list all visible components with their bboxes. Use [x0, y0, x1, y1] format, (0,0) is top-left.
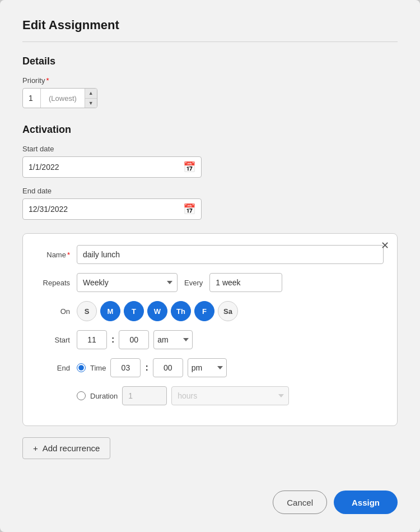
name-label: Name* — [36, 251, 70, 259]
day-button-th[interactable]: Th — [171, 301, 191, 321]
details-section: Details Priority* 1 (Lowest) ▲ ▼ — [22, 55, 398, 124]
priority-down-button[interactable]: ▼ — [85, 99, 97, 108]
end-date-field: End date 12/31/2022 📅 — [22, 187, 398, 220]
end-date-label: End date — [22, 187, 398, 195]
every-label: Every — [184, 279, 203, 287]
day-button-f[interactable]: F — [194, 301, 214, 321]
activation-section: Activation Start date 1/1/2022 📅 End dat… — [22, 124, 398, 229]
end-date-calendar-icon[interactable]: 📅 — [183, 203, 195, 215]
start-time-row: : am pm — [77, 330, 193, 349]
every-input-group: ▲ ▼ — [209, 273, 282, 292]
day-button-s[interactable]: S — [77, 301, 97, 321]
priority-value: 1 — [23, 89, 41, 108]
details-section-title: Details — [22, 55, 398, 67]
edit-assignment-modal: Edit Assignment Details Priority* 1 (Low… — [0, 0, 420, 532]
duration-label: Duration — [90, 392, 118, 400]
start-date-calendar-icon[interactable]: 📅 — [183, 161, 195, 173]
start-date-field: Start date 1/1/2022 📅 — [22, 145, 398, 178]
end-minute-input[interactable] — [153, 358, 183, 377]
add-recurrence-button[interactable]: + Add recurrence — [22, 437, 110, 459]
activation-section-title: Activation — [22, 124, 398, 136]
repeats-label: Repeats — [36, 279, 70, 287]
on-row: On SMTWThFSa — [36, 301, 384, 321]
start-label: Start — [36, 336, 70, 344]
priority-hint: (Lowest) — [41, 89, 85, 108]
start-date-input-row[interactable]: 1/1/2022 📅 — [22, 156, 202, 178]
days-row: SMTWThFSa — [77, 301, 238, 321]
repeats-row: Repeats Daily Weekly Monthly Yearly Ever… — [36, 273, 384, 292]
start-minute-input[interactable] — [119, 330, 149, 349]
end-time-label: Time — [90, 364, 106, 372]
name-input[interactable] — [77, 245, 384, 264]
page-title: Edit Assignment — [22, 18, 398, 33]
priority-input-group: 1 (Lowest) ▲ ▼ — [22, 88, 97, 108]
day-button-t[interactable]: T — [124, 301, 144, 321]
start-hour-input[interactable] — [77, 330, 107, 349]
name-row: Name* — [36, 245, 384, 264]
duration-input-group: ▲ ▼ — [122, 386, 167, 405]
add-recurrence-label: Add recurrence — [43, 443, 100, 453]
duration-input[interactable] — [123, 391, 167, 400]
duration-row: Duration ▲ ▼ minutes hours days — [36, 386, 384, 405]
repeats-select[interactable]: Daily Weekly Monthly Yearly — [77, 273, 178, 292]
start-ampm-select[interactable]: am pm — [153, 330, 193, 349]
recurrence-card: ✕ Name* Repeats Daily Weekly Monthly Yea… — [22, 233, 398, 426]
start-colon: : — [111, 335, 114, 345]
end-ampm-select[interactable]: am pm — [188, 358, 227, 377]
day-button-sa[interactable]: Sa — [218, 301, 238, 321]
end-colon: : — [145, 363, 148, 373]
end-row: End Time : am pm — [36, 358, 384, 377]
duration-radio[interactable] — [77, 391, 86, 400]
end-date-value: 12/31/2022 — [29, 205, 68, 214]
start-date-label: Start date — [22, 145, 398, 153]
close-recurrence-button[interactable]: ✕ — [381, 240, 389, 251]
priority-row: 1 (Lowest) ▲ ▼ — [22, 88, 398, 108]
on-label: On — [36, 307, 70, 316]
start-row: Start : am pm — [36, 330, 384, 349]
every-input[interactable] — [210, 278, 282, 287]
footer: Cancel Assign — [22, 468, 398, 514]
day-button-w[interactable]: W — [147, 301, 167, 321]
day-button-m[interactable]: M — [100, 301, 120, 321]
title-divider — [22, 41, 398, 42]
priority-label: Priority* — [22, 76, 398, 85]
end-hour-input[interactable] — [110, 358, 141, 377]
duration-type-row: Duration ▲ ▼ minutes hours days — [77, 386, 289, 405]
assign-button[interactable]: Assign — [334, 491, 398, 514]
start-date-value: 1/1/2022 — [29, 163, 59, 172]
priority-up-button[interactable]: ▲ — [85, 89, 97, 99]
hours-select[interactable]: minutes hours days — [171, 386, 289, 405]
priority-arrows: ▲ ▼ — [85, 89, 97, 108]
end-date-input-row[interactable]: 12/31/2022 📅 — [22, 198, 202, 220]
plus-icon: + — [33, 443, 38, 453]
end-label: End — [36, 364, 70, 372]
end-type-row: Time : am pm — [77, 358, 227, 377]
cancel-button[interactable]: Cancel — [273, 491, 327, 514]
end-time-radio[interactable] — [77, 363, 86, 372]
